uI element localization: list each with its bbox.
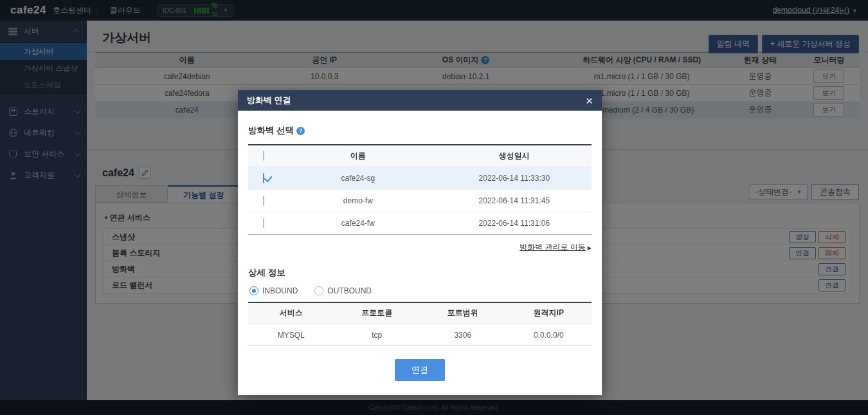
firewall-created: 2022-06-14 11:31:45 [437,189,592,212]
help-icon[interactable]: ? [296,127,305,135]
firewall-table-header: 이름 생성일시 [248,145,592,167]
arrow-right-icon: ▶ [588,245,592,251]
firewall-table: 이름 생성일시 cafe24-sg 2022-06-14 11:33:30 de… [248,144,592,235]
radio-inbound[interactable]: INBOUND [249,286,298,295]
firewall-row[interactable]: cafe24-sg 2022-06-14 11:33:30 [248,167,592,189]
firewall-row[interactable]: cafe24-fw 2022-06-14 11:31:06 [248,212,592,234]
col-fw-created: 생성일시 [437,145,592,167]
radio-dot-icon [249,286,258,295]
firewall-name: cafe24-sg [279,167,437,189]
col-protocol: 프로토콜 [334,302,420,324]
firewall-created: 2022-06-14 11:33:30 [437,167,592,189]
rule-table: 서비스 프로토콜 포트범위 원격지IP MYSQL tcp 3306 0.0.0… [248,302,592,347]
select-all-checkbox[interactable] [263,151,264,161]
close-icon[interactable]: × [586,95,593,107]
firewall-name: demo-fw [279,189,437,212]
row-checkbox[interactable] [263,196,264,206]
row-checkbox-checked[interactable] [263,173,264,183]
rule-protocol: tcp [334,324,420,346]
col-port-range: 포트범위 [420,302,506,324]
firewall-select-title: 방화벽 선택? [248,125,592,136]
firewall-row[interactable]: demo-fw 2022-06-14 11:31:45 [248,189,592,212]
col-remote-ip: 원격지IP [506,302,592,324]
rule-port: 3306 [420,324,506,346]
rule-row: MYSQL tcp 3306 0.0.0.0/0 [248,324,592,346]
firewall-created: 2022-06-14 11:31:06 [437,212,592,234]
row-checkbox[interactable] [263,218,264,228]
rule-table-header: 서비스 프로토콜 포트범위 원격지IP [248,302,592,324]
radio-dot-icon [314,286,323,295]
radio-label: OUTBOUND [327,286,372,295]
radio-outbound[interactable]: OUTBOUND [314,286,372,295]
col-fw-name: 이름 [279,145,437,167]
rule-remote-ip: 0.0.0.0/0 [506,324,592,346]
col-service: 서비스 [248,302,334,324]
detail-info-title: 상세 정보 [248,267,592,279]
modal-title: 방화벽 연결 [247,95,291,106]
firewall-name: cafe24-fw [279,212,437,234]
firewall-connect-modal: 방화벽 연결 × 방화벽 선택? 이름 생성일시 cafe24-sg 2022-… [238,90,602,395]
connect-button[interactable]: 연결 [395,359,445,381]
firewall-manage-link[interactable]: 방화벽 관리로 이동 [520,243,586,252]
rule-service: MYSQL [248,324,334,346]
radio-label: INBOUND [262,286,298,295]
